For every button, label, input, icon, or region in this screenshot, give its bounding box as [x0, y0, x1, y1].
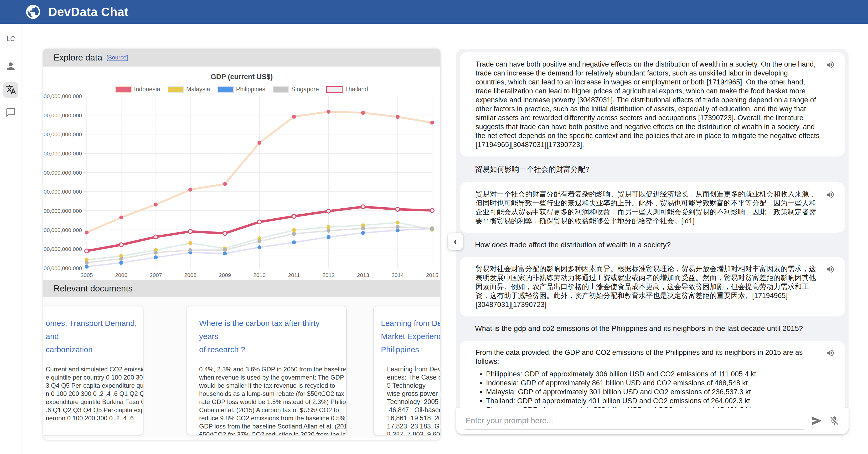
- speaker-icon[interactable]: [826, 348, 835, 358]
- chart-legend: IndonesiaMalaysiaPhilippinesSingaporeTha…: [43, 86, 440, 93]
- chat-panel: Trade can have both positive and negativ…: [456, 49, 848, 434]
- svg-text:2010: 2010: [253, 272, 266, 278]
- explore-panel: Explore data [Source] GDP (current US$) …: [43, 49, 440, 440]
- svg-text:2011: 2011: [288, 272, 300, 278]
- chat-bubble-icon: [5, 107, 16, 119]
- send-button[interactable]: [811, 415, 822, 426]
- collapse-chat-button[interactable]: ‹: [448, 233, 463, 250]
- speaker-icon[interactable]: [826, 60, 835, 69]
- svg-text:2014: 2014: [392, 272, 404, 278]
- legend-label: Singapore: [291, 86, 319, 93]
- legend-swatch: [218, 86, 234, 93]
- svg-text:2015: 2015: [426, 272, 438, 278]
- legend-label: Philippines: [236, 86, 265, 93]
- legend-swatch: [326, 86, 343, 93]
- document-card: omes, Transport Demand, and carbonizatio…: [43, 306, 143, 435]
- document-card: Learning from De Market Experienc Philip…: [374, 306, 440, 435]
- mic-off-button[interactable]: [829, 416, 840, 426]
- svg-text:2007: 2007: [150, 272, 162, 278]
- sidebar-divider: [0, 51, 22, 51]
- svg-text:2012: 2012: [322, 272, 335, 278]
- svg-text:100,000,000,000: 100,000,000,000: [43, 265, 82, 271]
- user-question: What is the gdp and co2 emissions of the…: [475, 324, 845, 333]
- bot-message: Trade can have both positive and negativ…: [460, 52, 845, 157]
- speaker-icon[interactable]: [826, 190, 835, 199]
- translate-icon: [5, 84, 16, 96]
- bullet-item: Malaysia: GDP of approximately 301 billi…: [486, 388, 820, 396]
- bot-message: 贸易对一个社会的财富分配有着复杂的影响。贸易可以促进经济增长，从而创造更多的就业…: [460, 182, 845, 233]
- user-question: 贸易如何影响一个社会的财富分配?: [475, 164, 845, 174]
- bot-message-text: From the data provided, the GDP and CO2 …: [475, 348, 820, 366]
- globe-logo-icon: [25, 3, 41, 20]
- legend-item-indonesia[interactable]: Indonesia: [115, 86, 160, 93]
- user-initials[interactable]: LC: [6, 35, 15, 43]
- prompt-input-bar: [456, 408, 848, 434]
- prompt-input[interactable]: [465, 412, 804, 429]
- bot-message: 贸易对社会财富分配的影响因多种因素而异。根据标准贸易理论，贸易开放会增加对相对丰…: [460, 257, 845, 316]
- legend-item-thailand[interactable]: Thailand: [326, 86, 368, 93]
- chart-title: GDP (current US$): [43, 73, 440, 81]
- svg-text:400,000,000,000: 400,000,000,000: [43, 208, 82, 214]
- explore-title: Explore data: [54, 53, 102, 63]
- source-link[interactable]: [Source]: [106, 54, 128, 61]
- person-icon: [5, 60, 17, 73]
- app-title: DevData Chat: [48, 5, 128, 19]
- sidebar-item-profile[interactable]: [3, 59, 19, 75]
- svg-text:2008: 2008: [184, 272, 196, 278]
- svg-text:2013: 2013: [357, 272, 369, 278]
- svg-text:500,000,000,000: 500,000,000,000: [43, 189, 82, 195]
- legend-item-malaysia[interactable]: Malaysia: [167, 86, 210, 93]
- bot-message-bullet-list: Philippines: GDP of approximately 306 bi…: [475, 370, 820, 408]
- legend-swatch: [115, 86, 132, 93]
- legend-label: Malaysia: [186, 86, 210, 93]
- legend-label: Indonesia: [134, 86, 160, 93]
- relevant-documents-list: omes, Transport Demand, and carbonizatio…: [43, 297, 440, 438]
- svg-text:800,000,000,000: 800,000,000,000: [43, 131, 82, 137]
- svg-text:900,000,000,000: 900,000,000,000: [43, 112, 82, 118]
- bullet-item: Philippines: GDP of approximately 306 bi…: [486, 370, 820, 378]
- svg-text:2005: 2005: [81, 272, 93, 278]
- svg-text:1,000,000,000,000: 1,000,000,000,000: [43, 93, 82, 99]
- bot-message-text: Trade can have both positive and negativ…: [475, 60, 820, 149]
- document-snippet: 0.4%, 2.3% and 3.6% GDP in 2050 from the…: [199, 365, 334, 435]
- gdp-chart: 1,000,000,000,000900,000,000,000800,000,…: [43, 93, 440, 280]
- sidebar-item-chat[interactable]: [3, 106, 19, 121]
- bullet-item: Singapore: GDP of approximately 308 bill…: [486, 405, 820, 408]
- legend-label: Thailand: [345, 86, 368, 93]
- chat-message-list: Trade can have both positive and negativ…: [456, 49, 848, 408]
- bot-message-text: 贸易对社会财富分配的影响因多种因素而异。根据标准贸易理论，贸易开放会增加对相对丰…: [475, 264, 820, 309]
- legend-item-philippines[interactable]: Philippines: [218, 86, 265, 93]
- bullet-item: Indonesia: GDP of approximately 861 bill…: [486, 378, 820, 388]
- legend-swatch: [167, 86, 184, 93]
- document-title-link[interactable]: Learning from De Market Experienc Philip…: [381, 317, 440, 356]
- sidebar: LC: [0, 24, 22, 454]
- user-question: How does trade affect the distribution o…: [475, 241, 845, 249]
- document-card: Where is the carbon tax after thirty yea…: [187, 306, 346, 435]
- relevant-documents-header: Relevant documents: [43, 280, 440, 297]
- document-title-link[interactable]: Where is the carbon tax after thirty yea…: [199, 317, 334, 356]
- document-snippet: Current and simulated CO2 emissions per …: [46, 365, 139, 422]
- document-snippet: Learning from Develo ences: The Case of …: [387, 365, 440, 435]
- svg-text:700,000,000,000: 700,000,000,000: [43, 150, 82, 157]
- svg-text:200,000,000,000: 200,000,000,000: [43, 246, 82, 252]
- bot-message-text: 贸易对一个社会的财富分配有着复杂的影响。贸易可以促进经济增长，从而创造更多的就业…: [475, 190, 820, 225]
- bot-message: From the data provided, the GDP and CO2 …: [460, 341, 845, 408]
- legend-item-singapore[interactable]: Singapore: [273, 86, 319, 93]
- bullet-item: Thailand: GDP of approximately 401 billi…: [486, 396, 820, 405]
- speaker-icon[interactable]: [826, 265, 835, 274]
- app-header: DevData Chat: [0, 0, 868, 24]
- svg-text:2006: 2006: [115, 272, 127, 278]
- legend-swatch: [273, 86, 289, 93]
- explore-header: Explore data [Source]: [43, 49, 440, 66]
- document-title-link[interactable]: omes, Transport Demand, and carbonizatio…: [46, 317, 139, 356]
- svg-text:600,000,000,000: 600,000,000,000: [43, 170, 82, 176]
- svg-text:300,000,000,000: 300,000,000,000: [43, 227, 82, 233]
- sidebar-item-translate[interactable]: [3, 82, 19, 97]
- svg-text:2009: 2009: [219, 272, 231, 278]
